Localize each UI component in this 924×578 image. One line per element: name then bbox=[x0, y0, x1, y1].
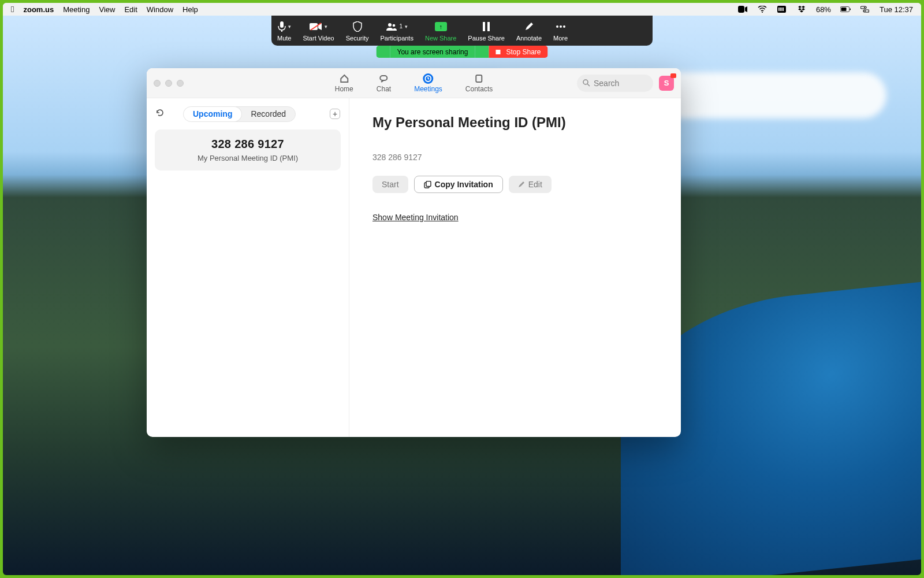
share-status-text: You are screen sharing bbox=[390, 46, 475, 58]
participants-label: Participants bbox=[380, 35, 413, 42]
contacts-icon bbox=[474, 73, 485, 84]
control-center-icon[interactable] bbox=[860, 4, 870, 14]
ellipsis-icon bbox=[556, 25, 566, 28]
desktop-wallpaper:  zoom.us Meeting View Edit Window Help … bbox=[3, 3, 921, 575]
svg-point-19 bbox=[393, 24, 396, 27]
refresh-button[interactable] bbox=[155, 108, 167, 120]
home-icon bbox=[339, 73, 349, 84]
stop-share-label: Stop Share bbox=[506, 48, 541, 56]
tab-contacts-label: Contacts bbox=[465, 85, 493, 93]
svg-rect-34 bbox=[426, 181, 431, 186]
more-button[interactable]: More bbox=[547, 16, 573, 46]
menubar-app-icon[interactable] bbox=[777, 4, 787, 14]
search-icon bbox=[583, 79, 590, 87]
pause-share-button[interactable]: Pause Share bbox=[462, 16, 511, 46]
chat-icon bbox=[378, 73, 389, 84]
annotate-button[interactable]: Annotate bbox=[511, 16, 547, 46]
more-label: More bbox=[553, 35, 568, 42]
share-status-audio-icon[interactable] bbox=[376, 46, 390, 58]
start-video-label: Start Video bbox=[303, 35, 334, 42]
security-button[interactable]: Security bbox=[340, 16, 375, 46]
chevron-down-icon[interactable]: ▾ bbox=[288, 24, 291, 29]
camera-status-icon[interactable] bbox=[737, 4, 748, 14]
copy-label: Copy Invitation bbox=[435, 180, 493, 189]
menubar-app-name[interactable]: zoom.us bbox=[23, 5, 54, 14]
menubar-clock[interactable]: Tue 12:37 bbox=[880, 5, 913, 14]
meeting-card-pmi[interactable]: 328 286 9127 My Personal Meeting ID (PMI… bbox=[155, 129, 341, 171]
menubar-meeting[interactable]: Meeting bbox=[63, 5, 90, 14]
add-meeting-button[interactable]: + bbox=[330, 109, 340, 119]
zoom-nav-tabs: Home Chat Meetings Contacts bbox=[335, 68, 493, 98]
show-invitation-link[interactable]: Show Meeting Invitation bbox=[372, 213, 658, 222]
segment-recorded[interactable]: Recorded bbox=[241, 107, 295, 121]
svg-point-1 bbox=[762, 12, 763, 13]
svg-rect-14 bbox=[280, 21, 284, 28]
svg-rect-6 bbox=[783, 8, 784, 11]
copy-invitation-button[interactable]: Copy Invitation bbox=[414, 176, 503, 193]
edit-meeting-button[interactable]: Edit bbox=[509, 176, 552, 193]
stop-share-button[interactable]: Stop Share bbox=[489, 46, 547, 58]
meeting-filter-segmented: Upcoming Recorded bbox=[183, 106, 296, 122]
meeting-detail-pane: My Personal Meeting ID (PMI) 328 286 912… bbox=[349, 98, 681, 437]
participants-button[interactable]: 1 ▾ Participants bbox=[374, 16, 419, 46]
participants-icon bbox=[386, 22, 397, 31]
wifi-icon[interactable] bbox=[757, 4, 767, 14]
battery-icon[interactable] bbox=[840, 4, 851, 14]
share-status-shield-icon[interactable] bbox=[475, 46, 489, 58]
svg-rect-12 bbox=[863, 10, 869, 12]
tab-chat-label: Chat bbox=[377, 85, 391, 93]
svg-rect-4 bbox=[780, 8, 781, 11]
search-input[interactable]: Search bbox=[577, 75, 653, 92]
mute-button[interactable]: ▾ Mute bbox=[271, 16, 297, 46]
start-meeting-button[interactable]: Start bbox=[372, 176, 408, 193]
segment-upcoming[interactable]: Upcoming bbox=[184, 107, 241, 121]
edit-label: Edit bbox=[528, 180, 542, 189]
meetings-left-pane: Upcoming Recorded + 328 286 9127 My Pers… bbox=[147, 98, 349, 437]
pause-icon bbox=[482, 22, 490, 31]
profile-avatar[interactable]: S bbox=[659, 76, 674, 91]
tab-contacts[interactable]: Contacts bbox=[465, 73, 493, 93]
chevron-down-icon[interactable]: ▾ bbox=[405, 24, 408, 29]
participants-count: 1 bbox=[399, 23, 403, 29]
copy-icon bbox=[424, 181, 431, 188]
svg-point-31 bbox=[583, 80, 588, 84]
svg-rect-9 bbox=[850, 9, 851, 10]
chevron-down-icon[interactable]: ▾ bbox=[325, 24, 327, 29]
menubar-help[interactable]: Help bbox=[182, 5, 198, 14]
video-off-icon bbox=[310, 23, 322, 31]
svg-rect-15 bbox=[281, 30, 282, 32]
dropbox-icon[interactable] bbox=[796, 4, 807, 14]
zoom-titlebar: Home Chat Meetings Contacts bbox=[147, 68, 681, 98]
svg-point-24 bbox=[563, 25, 565, 28]
svg-rect-0 bbox=[738, 6, 744, 13]
window-traffic-lights[interactable] bbox=[154, 80, 184, 87]
start-video-button[interactable]: ▾ Start Video bbox=[297, 16, 340, 46]
svg-rect-10 bbox=[860, 6, 866, 9]
svg-point-11 bbox=[864, 7, 865, 8]
mute-label: Mute bbox=[277, 35, 291, 42]
tab-chat[interactable]: Chat bbox=[377, 73, 391, 93]
svg-rect-20 bbox=[483, 22, 485, 31]
new-share-button[interactable]: ↑ New Share bbox=[419, 16, 462, 46]
microphone-icon bbox=[278, 21, 286, 32]
tab-home[interactable]: Home bbox=[335, 73, 353, 93]
clock-icon bbox=[423, 73, 434, 84]
menubar-view[interactable]: View bbox=[99, 5, 115, 14]
meeting-card-subtitle: My Personal Meeting ID (PMI) bbox=[161, 154, 335, 162]
svg-rect-3 bbox=[778, 8, 780, 11]
svg-point-22 bbox=[556, 25, 558, 28]
svg-line-32 bbox=[587, 84, 590, 86]
share-up-arrow-icon: ↑ bbox=[435, 22, 447, 31]
svg-rect-8 bbox=[841, 8, 846, 11]
svg-point-23 bbox=[560, 25, 562, 28]
menubar-edit[interactable]: Edit bbox=[124, 5, 137, 14]
search-placeholder: Search bbox=[594, 79, 619, 88]
menubar-window[interactable]: Window bbox=[147, 5, 173, 14]
meeting-detail-title: My Personal Meeting ID (PMI) bbox=[372, 114, 658, 131]
svg-point-30 bbox=[478, 76, 480, 79]
tab-meetings[interactable]: Meetings bbox=[414, 73, 442, 93]
battery-percent-text: 68% bbox=[816, 5, 831, 14]
apple-menu-icon[interactable]:  bbox=[11, 3, 14, 16]
pause-share-label: Pause Share bbox=[468, 35, 505, 42]
annotate-label: Annotate bbox=[516, 35, 542, 42]
